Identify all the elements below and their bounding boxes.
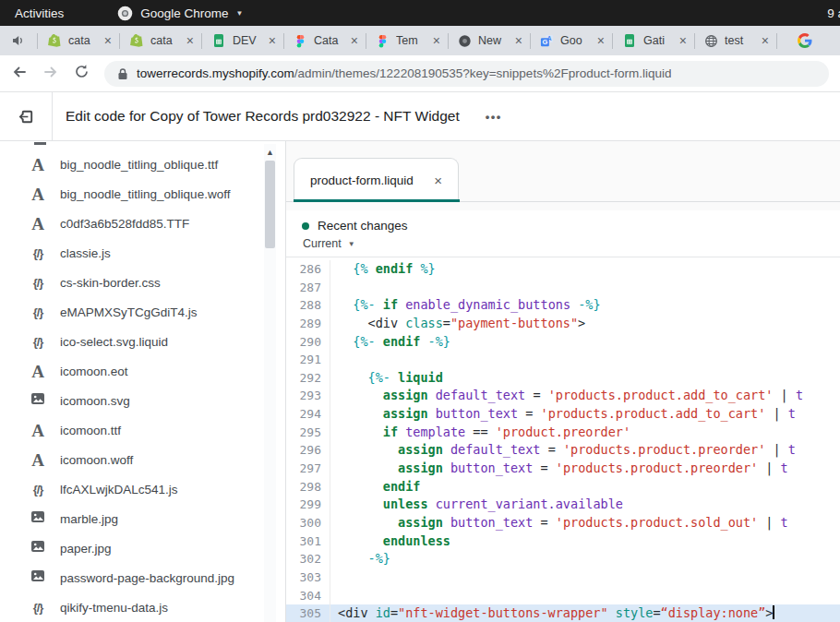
line-number: 302 (286, 550, 330, 568)
file-item-cs-skin-border.css[interactable]: {/}cs-skin-border.css (0, 268, 285, 297)
reload-button[interactable] (74, 64, 90, 83)
image-file-icon (28, 391, 48, 410)
line-number: 286 (286, 260, 330, 279)
system-clock[interactable]: 9 a (827, 6, 840, 20)
code-token (338, 334, 353, 349)
file-item-marble.jpg[interactable]: marble.jpg (0, 504, 285, 533)
code-token: 'products.product.add_to_cart' (541, 406, 766, 421)
code-line-290[interactable]: 290 {%- endif -%} (286, 333, 840, 352)
file-item-password-page-background.jpg[interactable]: password-page-background.jpg (0, 563, 285, 592)
code-token (338, 442, 398, 457)
code-line-304[interactable]: 304 (286, 587, 840, 605)
editor-tab-close-icon[interactable]: × (434, 173, 442, 188)
code-token: button_text (450, 515, 533, 530)
file-name: lfcAXLwjkDALc541.js (60, 483, 178, 496)
code-line-288[interactable]: 288 {%- if enable_dynamic_buttons -%} (286, 296, 840, 315)
browser-tab-test[interactable]: test× (695, 26, 776, 55)
code-token (376, 334, 383, 349)
code-token: -%} (368, 551, 390, 566)
file-item-paper.jpg[interactable]: paper.jpg (0, 533, 285, 563)
code-line-302[interactable]: 302 -%} (286, 550, 840, 568)
code-line-301[interactable]: 301 endunless (286, 532, 840, 551)
code-token: t (781, 515, 788, 530)
code-line-298[interactable]: 298 endif (286, 478, 840, 496)
sidebar-scrollbar[interactable]: ▲ (264, 144, 276, 622)
file-name: icomoon.woff (60, 453, 133, 467)
browser-tab-tem[interactable]: Tem× (366, 26, 448, 55)
tab-title: Goo (560, 34, 591, 47)
file-item-icomoon.woff[interactable]: Aicomoon.woff (0, 445, 285, 474)
page-body: Abig_noodle_titling_oblique.ttfAbig_nood… (0, 141, 840, 622)
tab-close-icon[interactable]: × (597, 34, 605, 47)
tab-close-icon[interactable]: × (104, 34, 112, 47)
tab-title: DEV (233, 34, 262, 47)
scroll-up-arrow-icon[interactable]: ▲ (264, 144, 276, 157)
code-line-299[interactable]: 299 unless current_variant.available (286, 496, 840, 514)
back-button[interactable] (11, 64, 28, 84)
code-line-291[interactable]: 291 (286, 351, 840, 369)
line-number: 291 (286, 351, 330, 369)
tab-close-icon[interactable]: × (515, 34, 522, 47)
code-line-300[interactable]: 300 assign button_text = 'products.produ… (286, 514, 840, 532)
file-item-icomoon.ttf[interactable]: Aicomoon.ttf (0, 415, 285, 445)
browser-tab-gati[interactable]: Gati× (613, 26, 694, 55)
code-line-305[interactable]: 305<div id="nft-widget-buttons-wrapper" … (286, 604, 840, 622)
file-item-ico-select.svg.liquid[interactable]: {/}ico-select.svg.liquid (0, 327, 285, 356)
code-line-292[interactable]: 292 {%- liquid (286, 369, 840, 388)
recent-changes-row: Recent changes (302, 219, 840, 233)
tab-close-icon[interactable]: × (186, 34, 194, 47)
code-line-294[interactable]: 294 assign button_text = 'products.produ… (286, 405, 840, 424)
browser-tab-cata[interactable]: cata× (120, 26, 201, 55)
file-item-classie.js[interactable]: {/}classie.js (0, 238, 285, 268)
code-line-303[interactable]: 303 (286, 568, 840, 587)
file-item-lfcAXLwjkDALc541.js[interactable]: {/}lfcAXLwjkDALc541.js (0, 474, 285, 504)
font-file-icon: A (28, 451, 48, 469)
code-line-286[interactable]: 286 {% endif %} (286, 260, 840, 279)
file-item-big_noodle_titling_oblique.woff[interactable]: Abig_noodle_titling_oblique.woff (0, 179, 285, 209)
code-token: assign (383, 406, 428, 421)
browser-tab-cata[interactable]: Cata× (284, 26, 366, 55)
code-text: assign button_text = 'products.product.s… (330, 514, 840, 532)
code-line-296[interactable]: 296 assign default_text = 'products.prod… (286, 441, 840, 460)
code-text: unless current_variant.available (330, 496, 840, 514)
tab-separator (448, 33, 449, 49)
file-item-c0df3a6b528fdd85.TTF[interactable]: Ac0df3a6b528fdd85.TTF (0, 209, 285, 238)
browser-tab-new[interactable]: New× (449, 26, 530, 55)
file-item-qikify-tmenu-data.js[interactable]: {/}qikify-tmenu-data.js (0, 592, 285, 622)
code-token: assign (383, 388, 428, 402)
file-item-big_noodle_titling_oblique.ttf[interactable]: Abig_noodle_titling_oblique.ttf (0, 150, 285, 179)
tab-close-icon[interactable]: × (269, 34, 276, 47)
tab-close-icon[interactable]: × (679, 34, 687, 47)
browser-tab-dev[interactable]: DEV× (202, 26, 283, 55)
code-token: > (765, 605, 773, 620)
file-item-icomoon.eot[interactable]: Aicomoon.eot (0, 356, 285, 386)
browser-tab-goo[interactable]: AGGoo× (531, 26, 612, 55)
code-line-289[interactable]: 289 <div class="payment-buttons"> (286, 315, 840, 333)
app-indicator-menu[interactable]: Google Chrome ▼ (117, 6, 243, 21)
forward-button[interactable] (42, 64, 59, 84)
code-line-297[interactable]: 297 assign button_text = 'products.produ… (286, 460, 840, 478)
tab-close-icon[interactable]: × (433, 34, 440, 47)
tab-title: cata (68, 34, 98, 47)
tab-close-icon[interactable]: × (351, 34, 358, 47)
file-item-eMAPMXSyTCgGdiT4.js[interactable]: {/}eMAPMXSyTCgGdiT4.js (0, 297, 285, 327)
tab-close-icon[interactable]: × (762, 34, 769, 47)
code-line-293[interactable]: 293 assign default_text = 'products.prod… (286, 387, 840, 405)
file-item-icomoon.svg[interactable]: icomoon.svg (0, 386, 285, 415)
code-line-295[interactable]: 295 if template == 'product.preorder' (286, 424, 840, 442)
code-line-287[interactable]: 287 (286, 279, 840, 297)
more-actions-icon[interactable]: ••• (486, 110, 502, 124)
activities-button[interactable]: Activities (15, 6, 64, 20)
version-dropdown[interactable]: Current ▼ (303, 237, 840, 250)
code-token (338, 316, 368, 330)
browser-tab-cata[interactable]: cata× (38, 26, 119, 55)
browser-tab-speaker[interactable] (0, 26, 37, 55)
scrollbar-thumb[interactable] (265, 161, 275, 248)
exit-code-editor-button[interactable] (0, 92, 53, 140)
address-bar[interactable]: towerrecords.myshopify.com/admin/themes/… (104, 61, 829, 87)
browser-tab-google[interactable] (777, 26, 833, 55)
code-token (428, 406, 436, 421)
font-file-icon: A (28, 185, 48, 203)
code-area[interactable]: 286 {% endif %}287288 {%- if enable_dyna… (286, 257, 840, 622)
editor-tab-product-form[interactable]: product-form.liquid × (294, 158, 459, 202)
